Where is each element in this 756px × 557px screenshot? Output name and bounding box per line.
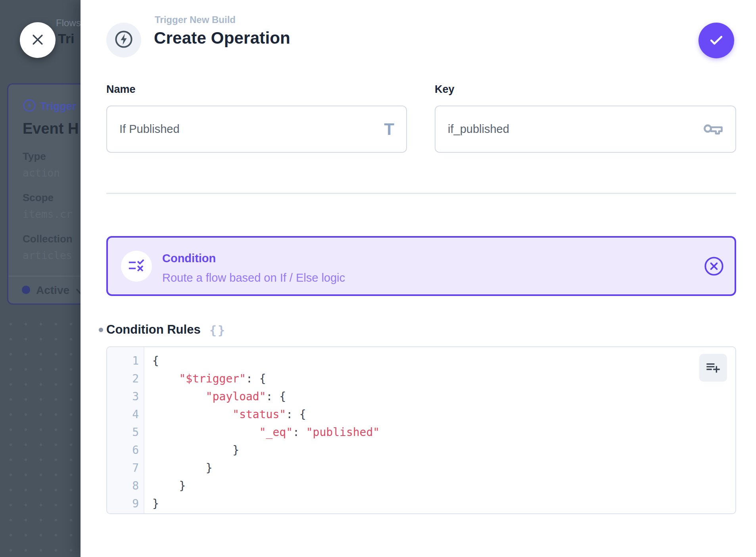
condition-icon-circle: [121, 251, 152, 282]
edited-dot: [99, 328, 103, 332]
code-line[interactable]: }: [152, 495, 735, 513]
line-number: 9: [107, 495, 144, 513]
drawer-supertitle: Trigger New Build: [155, 14, 236, 25]
code-line[interactable]: "_eq": "published": [152, 423, 735, 441]
code-line[interactable]: }: [152, 459, 735, 477]
close-drawer-button[interactable]: [20, 22, 56, 58]
line-number: 5: [107, 423, 144, 441]
trigger-field-value: articles: [23, 250, 72, 261]
status-badge: Active: [36, 284, 69, 297]
status-dot: [22, 286, 30, 294]
line-number: 8: [107, 477, 144, 495]
code-line[interactable]: "status": {: [152, 405, 735, 423]
code-lines[interactable]: { "$trigger": { "payload": { "status": {…: [145, 347, 735, 513]
line-number: 4: [107, 405, 144, 423]
playlist-add-button[interactable]: [699, 354, 727, 382]
condition-rules-label: Condition Rules: [106, 323, 201, 337]
rule-icon: [127, 256, 146, 276]
key-input[interactable]: [448, 106, 700, 152]
trigger-panel-header-label: Trigger: [40, 100, 77, 112]
gutter: 123456789: [107, 347, 144, 513]
remove-circle-icon[interactable]: [704, 256, 724, 278]
line-number: 7: [107, 459, 144, 477]
playlist-add-icon: [705, 359, 721, 376]
background-page-overlay: Flows Tri Trigger Event H Type action Sc…: [0, 0, 81, 557]
drawer-header-icon-circle: [106, 23, 141, 58]
close-icon: [30, 32, 46, 49]
trigger-bolt-icon: [23, 99, 36, 115]
checkmark-icon: [708, 31, 725, 50]
operation-card-subtitle: Route a flow based on If / Else logic: [162, 271, 345, 284]
key-icon: [703, 122, 723, 137]
name-input[interactable]: [119, 106, 371, 152]
line-number: 1: [107, 352, 144, 370]
code-line[interactable]: {: [152, 352, 735, 370]
line-number: 3: [107, 388, 144, 405]
trigger-field-label: Type: [23, 150, 46, 163]
code-line[interactable]: }: [152, 477, 735, 495]
data-object-icon: {}: [209, 323, 226, 337]
key-field: [435, 106, 736, 153]
code-line[interactable]: }: [152, 441, 735, 459]
save-button[interactable]: [698, 23, 734, 58]
section-divider: [106, 193, 736, 194]
background-page-title: Tri: [58, 31, 75, 46]
code-line[interactable]: "$trigger": {: [152, 370, 735, 388]
page-title: Create Operation: [154, 29, 290, 48]
line-number: 2: [107, 370, 144, 388]
trigger-panel-header: Trigger: [23, 99, 77, 112]
operation-type-card-condition[interactable]: Condition Route a flow based on If / Els…: [106, 236, 736, 296]
name-field-label: Name: [106, 83, 136, 96]
code-line[interactable]: "payload": {: [152, 388, 735, 405]
line-number: 6: [107, 441, 144, 459]
key-field-label: Key: [435, 83, 455, 96]
trigger-field-label: Collection: [23, 233, 73, 245]
trigger-field-label: Scope: [23, 192, 54, 204]
operation-card-title: Condition: [162, 252, 216, 265]
bolt-icon: [114, 29, 134, 51]
name-field: T: [106, 106, 407, 153]
title-icon: T: [384, 121, 394, 138]
canvas-dot-grid: [0, 312, 81, 557]
trigger-panel-title: Event H: [23, 120, 79, 137]
breadcrumb: Flows: [56, 17, 81, 29]
condition-rules-editor[interactable]: 123456789 { "$trigger": { "payload": { "…: [106, 346, 736, 514]
flows-operation-screen: Flows Tri Trigger Event H Type action Sc…: [0, 0, 756, 557]
trigger-field-value: action: [23, 167, 60, 179]
trigger-field-value: items.cr: [23, 208, 72, 220]
